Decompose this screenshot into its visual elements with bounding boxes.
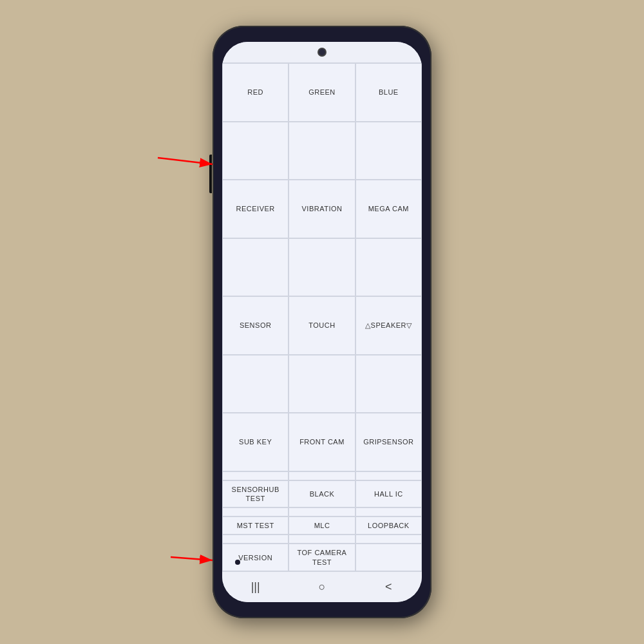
grid-cell-27 [222,507,289,516]
recent-apps-button[interactable]: ||| [243,574,269,600]
back-button[interactable]: < [375,574,401,600]
grid-cell-label-24: SENSORHUB TEST [227,485,284,504]
grid-cell-33 [222,535,289,544]
grid-cell-3 [222,122,289,180]
svg-line-1 [158,158,213,164]
grid-cell-11 [355,238,422,297]
grid-cell-label-37: TOF CAMERA TEST [293,548,350,567]
grid-cell-9 [222,238,289,297]
grid-cell-31[interactable]: MLC [289,516,355,535]
grid-cell-12[interactable]: SENSOR [222,296,289,355]
grid-cell-30[interactable]: MST TEST [222,516,289,535]
grid-cell-label-20: GRIPSENSOR [363,437,413,446]
grid-cell-label-32: LOOPBACK [368,521,410,530]
grid-cell-1[interactable]: GREEN [289,63,355,122]
grid-cell-38 [355,544,422,571]
grid-cell-7[interactable]: VIBRATION [289,180,355,238]
grid-cell-label-18: SUB KEY [239,437,272,446]
back-icon: < [385,580,392,594]
grid-cell-2[interactable]: BLUE [355,63,422,122]
front-camera-hole [317,48,327,57]
grid-cell-25[interactable]: BLACK [289,480,355,508]
grid-cell-label-14: △SPEAKER▽ [365,321,412,330]
notch-area [222,42,422,62]
recent-apps-icon: ||| [251,580,260,594]
test-grid: REDGREENBLUERECEIVERVIBRATIONMEGA CAMSEN… [222,62,422,571]
bottom-dot-indicator [235,560,240,565]
grid-cell-label-26: HALL IC [374,489,403,498]
grid-cell-20[interactable]: GRIPSENSOR [355,413,422,471]
grid-cell-5 [355,122,422,180]
grid-cell-label-1: GREEN [308,88,336,97]
grid-cell-16 [289,355,355,413]
grid-cell-21 [222,471,289,480]
grid-cell-label-13: TOUCH [308,321,335,330]
grid-cell-24[interactable]: SENSORHUB TEST [222,480,289,508]
grid-cell-8[interactable]: MEGA CAM [355,180,422,238]
grid-cell-label-19: FRONT CAM [299,437,345,446]
grid-cell-10 [289,238,355,297]
phone-screen: REDGREENBLUERECEIVERVIBRATIONMEGA CAMSEN… [222,42,422,602]
home-icon: ○ [319,580,326,594]
red-arrow-1 [151,145,229,184]
grid-cell-26[interactable]: HALL IC [355,480,422,508]
grid-cell-23 [355,471,422,480]
side-button[interactable] [209,155,212,193]
red-arrow-2 [164,544,229,576]
grid-cell-32[interactable]: LOOPBACK [355,516,422,535]
grid-cell-15 [222,355,289,413]
grid-cell-35 [355,535,422,544]
grid-cell-label-8: MEGA CAM [368,204,409,213]
grid-cell-13[interactable]: TOUCH [289,296,355,355]
grid-cell-label-25: BLACK [310,489,335,498]
grid-cell-17 [355,355,422,413]
grid-cell-6[interactable]: RECEIVER [222,180,289,238]
grid-cell-label-2: BLUE [379,88,399,97]
grid-cell-label-6: RECEIVER [236,204,275,213]
grid-cell-34 [289,535,355,544]
bottom-navigation: ||| ○ < [222,571,422,602]
grid-cell-0[interactable]: RED [222,63,289,122]
grid-cell-36[interactable]: VERSION [222,544,289,571]
svg-line-3 [171,557,213,560]
grid-cell-28 [289,507,355,516]
grid-cell-19[interactable]: FRONT CAM [289,413,355,471]
grid-cell-label-36: VERSION [238,553,272,562]
grid-cell-label-12: SENSOR [240,321,271,330]
grid-cell-label-30: MST TEST [237,521,274,530]
home-button[interactable]: ○ [309,574,335,600]
grid-cell-label-31: MLC [314,521,330,530]
grid-cell-29 [355,507,422,516]
grid-cell-label-7: VIBRATION [302,204,343,213]
grid-cell-label-0: RED [247,88,263,97]
grid-cell-14[interactable]: △SPEAKER▽ [355,296,422,355]
grid-cell-18[interactable]: SUB KEY [222,413,289,471]
grid-cell-4 [289,122,355,180]
phone-device: REDGREENBLUERECEIVERVIBRATIONMEGA CAMSEN… [213,26,431,618]
grid-cell-22 [289,471,355,480]
grid-cell-37[interactable]: TOF CAMERA TEST [289,544,355,571]
